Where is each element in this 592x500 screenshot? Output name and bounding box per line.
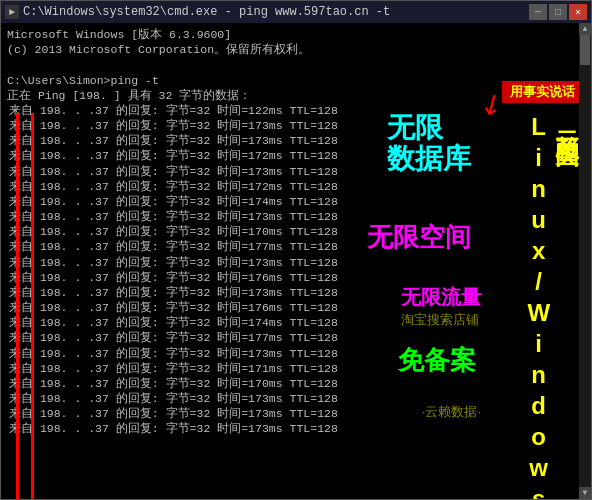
ping-row-text-3: 来自 198. . .37 的回复: 字节=32 时间=172ms TTL=12…	[7, 148, 338, 163]
title-bar: ► C:\Windows\system32\cmd.exe - ping www…	[1, 1, 591, 23]
scroll-thumb[interactable]	[580, 35, 590, 65]
scrollbar[interactable]: ▲ ▼	[579, 23, 591, 499]
ping-row-text-9: 来自 198. . .37 的回复: 字节=32 时间=177ms TTL=12…	[7, 239, 338, 254]
ping-row-20: 来自 198. . .37 的回复: 字节=32 时间=173ms TTL=12…	[7, 406, 585, 421]
ping-row-text-19: 来自 198. . .37 的回复: 字节=32 时间=173ms TTL=12…	[7, 391, 338, 406]
ping-row-text-2: 来自 198. . .37 的回复: 字节=32 时间=173ms TTL=12…	[7, 133, 338, 148]
ping-row-text-20: 来自 198. . .37 的回复: 字节=32 时间=173ms TTL=12…	[7, 406, 338, 421]
ping-row-17: 来自 198. . .37 的回复: 字节=32 时间=171ms TTL=12…	[7, 361, 585, 376]
ping-row-text-16: 来自 198. . .37 的回复: 字节=32 时间=173ms TTL=12…	[7, 346, 338, 361]
ping-row-18: 来自 198. . .37 的回复: 字节=32 时间=170ms TTL=12…	[7, 376, 585, 391]
ping-row-9: 来自 198. . .37 的回复: 字节=32 时间=177ms TTL=12…	[7, 239, 585, 254]
window-title: C:\Windows\system32\cmd.exe - ping www.5…	[23, 5, 390, 19]
cmd-icon: ►	[5, 5, 19, 19]
ping-row-text-11: 来自 198. . .37 的回复: 字节=32 时间=176ms TTL=12…	[7, 270, 338, 285]
ping-row-19: 来自 198. . .37 的回复: 字节=32 时间=173ms TTL=12…	[7, 391, 585, 406]
ping-row-3: 来自 198. . .37 的回复: 字节=32 时间=172ms TTL=12…	[7, 148, 585, 163]
ping-row-text-0: 来自 198. . .37 的回复: 字节=32 时间=122ms TTL=12…	[7, 103, 338, 118]
ping-row-text-6: 来自 198. . .37 的回复: 字节=32 时间=174ms TTL=12…	[7, 194, 338, 209]
ping-row-5: 来自 198. . .37 的回复: 字节=32 时间=172ms TTL=12…	[7, 179, 585, 194]
ping-row-15: 来自 198. . .37 的回复: 字节=32 时间=177ms TTL=12…	[7, 330, 585, 345]
ping-row-text-8: 来自 198. . .37 的回复: 字节=32 时间=170ms TTL=12…	[7, 224, 338, 239]
scroll-down-arrow[interactable]: ▼	[579, 487, 591, 499]
ping-header: 正在 Ping [198. ] 具有 32 字节的数据：	[7, 88, 585, 103]
ping-row-2: 来自 198. . .37 的回复: 字节=32 时间=173ms TTL=12…	[7, 133, 585, 148]
ping-row-16: 来自 198. . .37 的回复: 字节=32 时间=173ms TTL=12…	[7, 346, 585, 361]
ping-row-12: 来自 198. . .37 的回复: 字节=32 时间=173ms TTL=12…	[7, 285, 585, 300]
ping-row-text-14: 来自 198. . .37 的回复: 字节=32 时间=174ms TTL=12…	[7, 315, 338, 330]
ping-row-text-12: 来自 198. . .37 的回复: 字节=32 时间=173ms TTL=12…	[7, 285, 338, 300]
ping-row-1: 来自 198. . .37 的回复: 字节=32 时间=173ms TTL=12…	[7, 118, 585, 133]
ping-row-text-7: 来自 198. . .37 的回复: 字节=32 时间=173ms TTL=12…	[7, 209, 338, 224]
ping-row-4: 来自 198. . .37 的回复: 字节=32 时间=173ms TTL=12…	[7, 164, 585, 179]
ping-row-7: 来自 198. . .37 的回复: 字节=32 时间=173ms TTL=12…	[7, 209, 585, 224]
title-bar-left: ► C:\Windows\system32\cmd.exe - ping www…	[5, 5, 390, 19]
ping-row-text-15: 来自 198. . .37 的回复: 字节=32 时间=177ms TTL=12…	[7, 330, 338, 345]
ping-row-text-21: 来自 198. . .37 的回复: 字节=32 时间=173ms TTL=12…	[7, 421, 338, 436]
system-line-1: Microsoft Windows [版本 6.3.9600]	[7, 27, 585, 42]
window-controls: ─ □ ✕	[529, 4, 587, 20]
system-line-2: (c) 2013 Microsoft Corporation。保留所有权利。	[7, 42, 585, 57]
ping-row-0: 来自 198. . .37 的回复: 字节=32 时间=122ms TTL=12…	[7, 103, 585, 118]
ping-row-text-1: 来自 198. . .37 的回复: 字节=32 时间=173ms TTL=12…	[7, 118, 338, 133]
ping-row-text-10: 来自 198. . .37 的回复: 字节=32 时间=173ms TTL=12…	[7, 255, 338, 270]
ping-row-10: 来自 198. . .37 的回复: 字节=32 时间=173ms TTL=12…	[7, 255, 585, 270]
cmd-icon-symbol: ►	[9, 7, 15, 18]
ping-row-text-4: 来自 198. . .37 的回复: 字节=32 时间=173ms TTL=12…	[7, 164, 338, 179]
close-button[interactable]: ✕	[569, 4, 587, 20]
ping-row-13: 来自 198. . .37 的回复: 字节=32 时间=176ms TTL=12…	[7, 300, 585, 315]
red-line-left	[16, 113, 19, 499]
ping-row-6: 来自 198. . .37 的回复: 字节=32 时间=174ms TTL=12…	[7, 194, 585, 209]
ping-row-text-5: 来自 198. . .37 的回复: 字节=32 时间=172ms TTL=12…	[7, 179, 338, 194]
scroll-up-arrow[interactable]: ▲	[579, 23, 591, 35]
ping-row-text-18: 来自 198. . .37 的回复: 字节=32 时间=170ms TTL=12…	[7, 376, 338, 391]
minimize-button[interactable]: ─	[529, 4, 547, 20]
ping-row-14: 来自 198. . .37 的回复: 字节=32 时间=174ms TTL=12…	[7, 315, 585, 330]
ping-row-text-13: 来自 198. . .37 的回复: 字节=32 时间=176ms TTL=12…	[7, 300, 338, 315]
ping-row-8: 来自 198. . .37 的回复: 字节=32 时间=170ms TTL=12…	[7, 224, 585, 239]
terminal-body: Microsoft Windows [版本 6.3.9600] (c) 2013…	[1, 23, 591, 499]
ping-row-text-17: 来自 198. . .37 的回复: 字节=32 时间=171ms TTL=12…	[7, 361, 338, 376]
scroll-track	[580, 35, 590, 487]
cmd-window: ► C:\Windows\system32\cmd.exe - ping www…	[0, 0, 592, 500]
ping-row-21: 来自 198. . .37 的回复: 字节=32 时间=173ms TTL=12…	[7, 421, 585, 436]
blank-line	[7, 57, 585, 72]
red-line-right	[31, 113, 34, 499]
maximize-button[interactable]: □	[549, 4, 567, 20]
ping-row-11: 来自 198. . .37 的回复: 字节=32 时间=176ms TTL=12…	[7, 270, 585, 285]
command-line: C:\Users\Simon>ping -t	[7, 73, 585, 88]
